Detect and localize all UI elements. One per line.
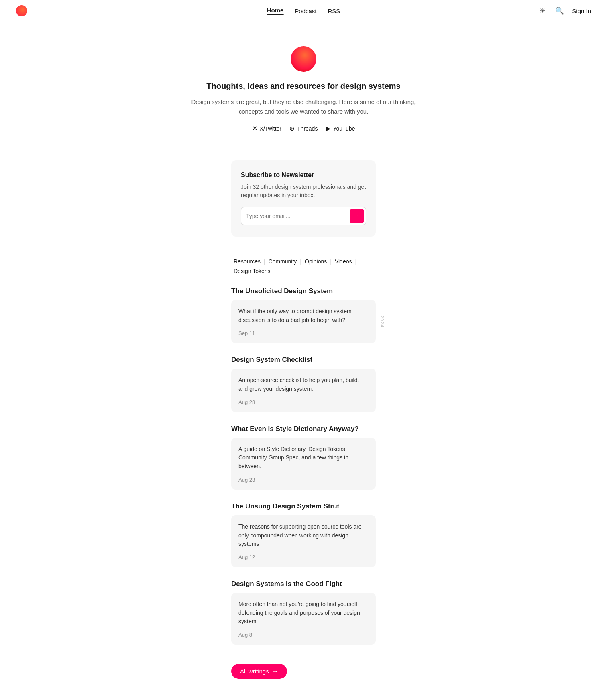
article-title: The Unsung Design System Strut (231, 502, 376, 510)
nav-home[interactable]: Home (267, 7, 284, 15)
arrow-right-icon: → (272, 668, 278, 675)
content-section: Resources | Community | Opinions | Video… (231, 257, 376, 700)
newsletter-title: Subscribe to Newsletter (241, 171, 366, 179)
article-card[interactable]: The reasons for supporting open-source t… (231, 515, 376, 567)
threads-link[interactable]: ⊕ Threads (289, 125, 318, 132)
newsletter-section: Subscribe to Newsletter Join 32 other de… (231, 160, 376, 237)
sun-icon: ☀ (539, 6, 546, 15)
article-excerpt: A guide on Style Dictionary, Design Toke… (238, 445, 369, 471)
nav-links: Home Podcast RSS (267, 7, 340, 15)
article-group: The Unsung Design System StrutThe reason… (231, 502, 376, 567)
youtube-label: YouTube (333, 125, 355, 132)
filter-opinions[interactable]: Opinions (302, 257, 329, 266)
filter-sep-1: | (264, 258, 265, 265)
sign-in-button[interactable]: Sign In (572, 8, 591, 14)
article-card-wrapper: A guide on Style Dictionary, Design Toke… (231, 438, 376, 490)
hero-social-links: ✕ X/Twitter ⊕ Threads ▶ YouTube (191, 124, 416, 132)
filter-sep-4: | (355, 258, 356, 265)
article-group: The Unsolicited Design SystemWhat if the… (231, 287, 376, 343)
newsletter-description: Join 32 other design system professional… (241, 183, 366, 200)
article-excerpt: An open-source checklist to help you pla… (238, 376, 369, 393)
nav-rss[interactable]: RSS (328, 8, 340, 14)
email-input[interactable] (246, 210, 350, 222)
article-date: Aug 28 (238, 399, 255, 405)
articles-list: The Unsolicited Design SystemWhat if the… (231, 287, 376, 645)
filter-resources[interactable]: Resources (231, 257, 263, 266)
article-title: What Even Is Style Dictionary Anyway? (231, 425, 376, 433)
article-group: Design Systems Is the Good FightMore oft… (231, 580, 376, 645)
article-card-wrapper: More often than not you're going to find… (231, 593, 376, 645)
hero-title: Thoughts, ideas and resources for design… (191, 82, 416, 91)
article-card-wrapper: The reasons for supporting open-source t… (231, 515, 376, 567)
youtube-link[interactable]: ▶ YouTube (326, 124, 355, 132)
article-date: Aug 8 (238, 632, 252, 638)
all-writings-label: All writings (240, 668, 269, 675)
arrow-right-icon: → (354, 212, 360, 220)
nav-right: ☀ 🔍 Sign In (538, 5, 591, 17)
threads-label: Threads (297, 125, 318, 132)
article-group: What Even Is Style Dictionary Anyway?A g… (231, 425, 376, 490)
article-excerpt: What if the only way to prompt design sy… (238, 307, 369, 324)
twitter-link[interactable]: ✕ X/Twitter (252, 124, 281, 132)
filter-design-tokens[interactable]: Design Tokens (231, 266, 273, 276)
subscribe-button[interactable]: → (350, 209, 364, 223)
nav-podcast[interactable]: Podcast (295, 8, 316, 14)
hero-logo (291, 46, 316, 72)
article-card[interactable]: An open-source checklist to help you pla… (231, 369, 376, 412)
filter-sep-2: | (300, 258, 301, 265)
article-date: Aug 12 (238, 554, 255, 560)
hero-description: Design systems are great, but they're al… (191, 97, 416, 116)
filter-tabs: Resources | Community | Opinions | Video… (231, 257, 376, 276)
filter-videos[interactable]: Videos (332, 257, 354, 266)
youtube-icon: ▶ (326, 124, 330, 132)
article-date: Sep 11 (238, 330, 255, 336)
article-card[interactable]: A guide on Style Dictionary, Design Toke… (231, 438, 376, 490)
year-marker: 2024 (379, 316, 384, 328)
search-icon: 🔍 (555, 6, 564, 15)
article-card[interactable]: What if the only way to prompt design sy… (231, 300, 376, 343)
article-title: Design System Checklist (231, 356, 376, 364)
article-title: Design Systems Is the Good Fight (231, 580, 376, 588)
article-title: The Unsolicited Design System (231, 287, 376, 295)
article-excerpt: More often than not you're going to find… (238, 600, 369, 626)
all-writings-button[interactable]: All writings → (231, 664, 287, 679)
hero-section: Thoughts, ideas and resources for design… (183, 22, 424, 148)
navbar: Home Podcast RSS ☀ 🔍 Sign In (0, 0, 607, 22)
threads-icon: ⊕ (289, 125, 295, 132)
theme-toggle-button[interactable]: ☀ (538, 5, 547, 17)
filter-community[interactable]: Community (266, 257, 299, 266)
article-card[interactable]: More often than not you're going to find… (231, 593, 376, 645)
filter-sep-3: | (330, 258, 332, 265)
article-card-wrapper: An open-source checklist to help you pla… (231, 369, 376, 412)
search-button[interactable]: 🔍 (554, 5, 566, 17)
twitter-icon: ✕ (252, 124, 257, 132)
nav-logo (16, 5, 27, 16)
article-date: Aug 23 (238, 477, 255, 483)
article-card-wrapper: What if the only way to prompt design sy… (231, 300, 376, 343)
article-excerpt: The reasons for supporting open-source t… (238, 522, 369, 549)
article-group: Design System ChecklistAn open-source ch… (231, 356, 376, 412)
twitter-label: X/Twitter (260, 125, 281, 132)
newsletter-form: → (241, 207, 366, 225)
